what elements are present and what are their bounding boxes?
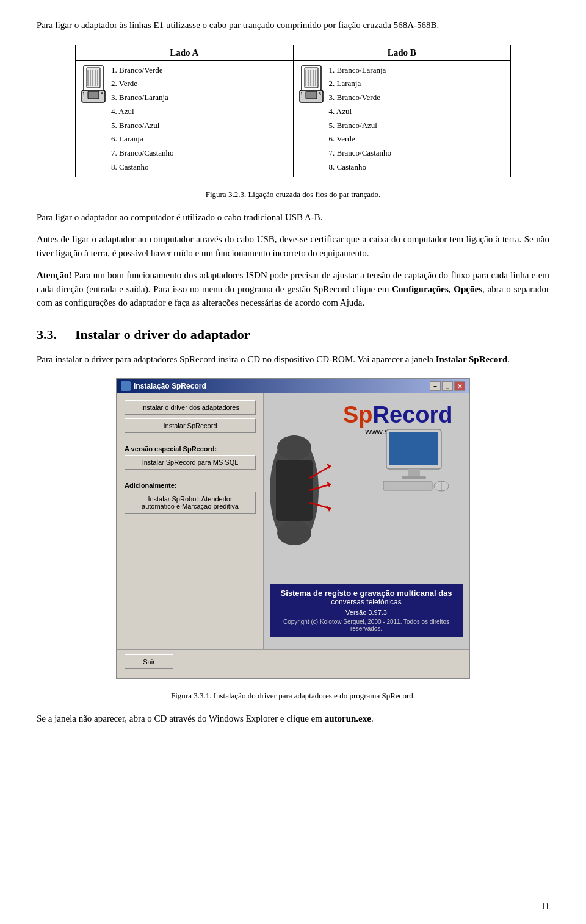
install-driver-button[interactable]: Instalar o driver dos adaptadores — [125, 400, 256, 415]
rj45-icon-b: 1 8 — [298, 65, 324, 104]
installer-bottom-text: Sistema de registo e gravação multicanal… — [270, 584, 463, 637]
page-number: 11 — [541, 902, 549, 912]
closing-paragraph: Se a janela não aparecer, abra o CD atra… — [37, 712, 549, 726]
closing-bold: autorun.exe — [325, 714, 371, 723]
attention-block: Atenção! Para um bom funcionamento dos a… — [37, 268, 549, 310]
page-content: Para ligar o adaptador às linhas E1 util… — [37, 18, 549, 726]
titlebar-controls: – □ ✕ — [430, 381, 465, 391]
table-cell-b-wires: 1. Branco/Laranja 2. Laranja 3. Branco/V… — [329, 63, 392, 174]
para-install-bold: Instalar SpRecord — [436, 354, 508, 364]
svg-rect-25 — [276, 460, 313, 521]
svg-rect-8 — [88, 91, 99, 99]
table-header-b: Lado B — [293, 45, 511, 60]
installer-left-panel: Instalar o driver dos adaptadores Instal… — [117, 393, 264, 649]
installer-body: Instalar o driver dos adaptadores Instal… — [117, 393, 469, 649]
para-usb: Para ligar o adaptador ao computador é u… — [37, 210, 549, 224]
para-install-text1: Para instalar o driver para adaptadores … — [37, 354, 436, 364]
svg-marker-29 — [327, 481, 331, 487]
table-cell-b: 1 8 1. Branco/Laranja 2. Laranja 3. Bran… — [293, 60, 511, 177]
figure-caption-2: Figura 3.3.1. Instalação do driver para … — [37, 691, 549, 701]
svg-rect-19 — [306, 91, 317, 99]
installer-titlebar: Instalação SpRecord – □ ✕ — [117, 379, 469, 393]
svg-text:8: 8 — [101, 91, 103, 96]
table-cell-a-wires: 1. Branco/Verde 2. Verde 3. Branco/Laran… — [111, 63, 174, 174]
attention-label: Atenção! — [37, 270, 71, 280]
svg-rect-35 — [402, 476, 426, 479]
para-before: Antes de ligar o adaptador ao computador… — [37, 232, 549, 260]
cable-diagram-table: Lado A Lado B — [75, 45, 511, 177]
installer-right-panel: SpRecord www.sprecord.ru/por/ — [264, 393, 469, 649]
installer-title: Instalação SpRecord — [134, 382, 206, 390]
computer-image — [380, 426, 460, 493]
svg-rect-33 — [389, 432, 438, 465]
rj45-icon-a: 1 8 — [81, 65, 106, 104]
table-header-a: Lado A — [76, 45, 294, 60]
svg-text:1: 1 — [300, 91, 303, 96]
close-button[interactable]: ✕ — [454, 381, 465, 391]
bottom-title: Sistema de registo e gravação multicanal… — [275, 589, 458, 598]
logo-sp: Sp — [343, 402, 373, 428]
minimize-button[interactable]: – — [430, 381, 441, 391]
svg-rect-36 — [383, 481, 432, 490]
svg-text:1: 1 — [82, 91, 85, 96]
exit-button[interactable]: Sair — [125, 654, 173, 669]
svg-marker-31 — [327, 506, 331, 512]
para-install-text2: . — [507, 354, 510, 364]
special-version-label: A versão especial SpRecord: — [125, 445, 256, 453]
svg-point-24 — [277, 521, 311, 545]
attention-bold1: Configurações — [392, 284, 449, 294]
closing-text2: . — [371, 714, 374, 723]
svg-text:8: 8 — [319, 91, 321, 96]
bottom-subtitle: conversas telefónicas — [275, 598, 458, 606]
section-heading: 3.3. Instalar o driver do adaptador — [37, 327, 549, 343]
section-number: 3.3. — [37, 327, 57, 343]
sprecord-logo: SpRecord — [343, 402, 463, 428]
phone-image — [267, 429, 334, 551]
table-cell-a: 1 8 1. Branco/Verde 2. Verde 3. Branco/L… — [76, 60, 294, 177]
install-sprecord-button[interactable]: Instalar SpRecord — [125, 418, 256, 433]
installer-figure: Instalação SpRecord – □ ✕ Instalar o dri… — [116, 378, 470, 679]
installer-window: Instalação SpRecord – □ ✕ Instalar o dri… — [116, 378, 470, 679]
intro-paragraph: Para ligar o adaptador às linhas E1 util… — [37, 18, 549, 32]
install-mssql-button[interactable]: Instalar SpRecord para MS SQL — [125, 455, 256, 470]
maximize-button[interactable]: □ — [442, 381, 453, 391]
attention-bold2: Opções — [454, 284, 482, 294]
installer-footer: Sair — [117, 649, 469, 678]
figure-caption-1: Figura 3.2.3. Ligação cruzada dos fios d… — [37, 190, 549, 199]
para-install: Para instalar o driver para adaptadores … — [37, 353, 549, 367]
titlebar-icon — [121, 381, 131, 391]
titlebar-left: Instalação SpRecord — [121, 381, 206, 391]
svg-point-23 — [277, 435, 311, 460]
logo-record: Record — [373, 402, 453, 428]
install-sprobot-button[interactable]: Instalar SpRobot: Atendedor automático e… — [125, 492, 256, 514]
additionally-label: Adicionalmente: — [125, 482, 256, 489]
bottom-version: Versão 3.97.3 — [275, 609, 458, 616]
closing-text1: Se a janela não aparecer, abra o CD atra… — [37, 714, 325, 723]
svg-rect-34 — [408, 469, 420, 476]
section-title: Instalar o driver do adaptador — [75, 327, 250, 343]
bottom-copyright: Copyright (c) Kolotow Serguei, 2000 - 20… — [275, 618, 458, 632]
